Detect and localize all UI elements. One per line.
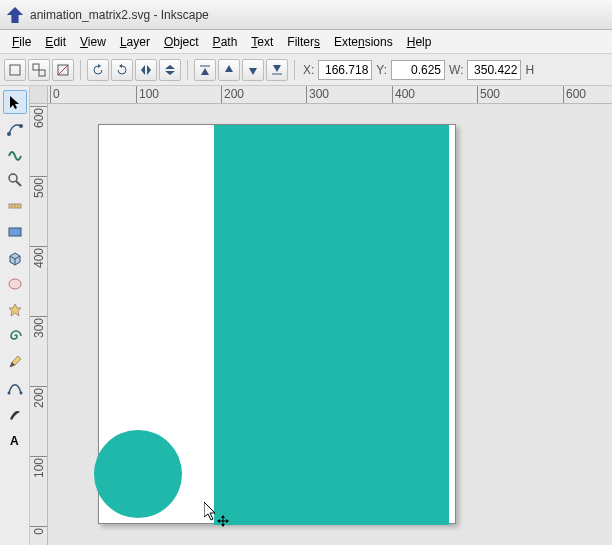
svg-marker-10 xyxy=(165,65,175,69)
ellipse-tool[interactable] xyxy=(3,272,27,296)
selector-tool[interactable] xyxy=(3,90,27,114)
star-tool[interactable] xyxy=(3,298,27,322)
zoom-tool[interactable] xyxy=(3,168,27,192)
document-page xyxy=(98,124,456,524)
canvas-area[interactable] xyxy=(48,104,612,545)
deselect-button[interactable] xyxy=(52,59,74,81)
flip-vertical-button[interactable] xyxy=(159,59,181,81)
bezier-tool[interactable] xyxy=(3,376,27,400)
window-titlebar: animation_matrix2.svg - Inkscape xyxy=(0,0,612,30)
pencil-tool[interactable] xyxy=(3,350,27,374)
toolbox: A xyxy=(0,86,30,545)
w-label: W: xyxy=(449,63,463,77)
svg-rect-2 xyxy=(33,64,39,70)
y-label: Y: xyxy=(376,63,387,77)
svg-marker-7 xyxy=(119,64,122,68)
svg-line-5 xyxy=(58,65,68,75)
svg-marker-13 xyxy=(201,68,209,75)
svg-point-37 xyxy=(19,392,22,395)
svg-point-21 xyxy=(9,174,17,182)
svg-line-22 xyxy=(16,181,21,186)
svg-rect-3 xyxy=(39,70,45,76)
svg-marker-0 xyxy=(7,6,23,22)
ruler-horizontal[interactable]: 0100200300400500600 xyxy=(48,86,612,104)
menu-text[interactable]: Text xyxy=(245,33,279,51)
lower-bottom-button[interactable] xyxy=(266,59,288,81)
measure-tool[interactable] xyxy=(3,194,27,218)
svg-rect-27 xyxy=(9,228,21,236)
raise-button[interactable] xyxy=(218,59,240,81)
tweak-tool[interactable] xyxy=(3,142,27,166)
svg-marker-16 xyxy=(273,65,281,72)
menu-view[interactable]: View xyxy=(74,33,112,51)
x-input[interactable] xyxy=(318,60,372,80)
menu-file[interactable]: File xyxy=(6,33,37,51)
menu-extensions[interactable]: Extensions xyxy=(328,33,399,51)
x-label: X: xyxy=(303,63,314,77)
menu-bar: File Edit View Layer Object Path Text Fi… xyxy=(0,30,612,54)
menu-object[interactable]: Object xyxy=(158,33,205,51)
svg-point-32 xyxy=(9,279,21,289)
w-input[interactable] xyxy=(467,60,521,80)
spiral-tool[interactable] xyxy=(3,324,27,348)
flip-horizontal-button[interactable] xyxy=(135,59,157,81)
svg-text:A: A xyxy=(10,434,19,448)
svg-marker-14 xyxy=(225,65,233,72)
calligraphy-tool[interactable] xyxy=(3,402,27,426)
teal-rectangle-shape[interactable] xyxy=(214,125,449,525)
h-label: H xyxy=(525,63,534,77)
window-title: animation_matrix2.svg - Inkscape xyxy=(30,8,209,22)
rect-tool[interactable] xyxy=(3,220,27,244)
menu-layer[interactable]: Layer xyxy=(114,33,156,51)
3dbox-tool[interactable] xyxy=(3,246,27,270)
ruler-corner xyxy=(30,86,48,104)
menu-edit[interactable]: Edit xyxy=(39,33,72,51)
svg-marker-11 xyxy=(165,71,175,75)
svg-marker-6 xyxy=(98,64,101,68)
select-all-button[interactable] xyxy=(28,59,50,81)
svg-rect-1 xyxy=(10,65,20,75)
teal-circle-shape[interactable] xyxy=(94,430,182,518)
node-tool[interactable] xyxy=(3,116,27,140)
rotate-ccw-button[interactable] xyxy=(87,59,109,81)
ruler-vertical[interactable]: 0100200300400500600 xyxy=(30,104,48,545)
lower-button[interactable] xyxy=(242,59,264,81)
raise-top-button[interactable] xyxy=(194,59,216,81)
text-tool[interactable]: A xyxy=(3,428,27,452)
inkscape-icon xyxy=(6,6,24,24)
svg-point-20 xyxy=(19,124,23,128)
svg-point-36 xyxy=(7,392,10,395)
svg-marker-18 xyxy=(10,96,19,109)
tool-options-bar: X: Y: W: H xyxy=(0,54,612,86)
menu-help[interactable]: Help xyxy=(401,33,438,51)
svg-marker-8 xyxy=(141,65,145,75)
select-all-layers-button[interactable] xyxy=(4,59,26,81)
y-input[interactable] xyxy=(391,60,445,80)
rotate-cw-button[interactable] xyxy=(111,59,133,81)
svg-marker-15 xyxy=(249,68,257,75)
svg-marker-33 xyxy=(9,304,21,316)
menu-path[interactable]: Path xyxy=(207,33,244,51)
menu-filters[interactable]: Filters xyxy=(281,33,326,51)
svg-point-19 xyxy=(7,132,11,136)
svg-marker-9 xyxy=(147,65,151,75)
